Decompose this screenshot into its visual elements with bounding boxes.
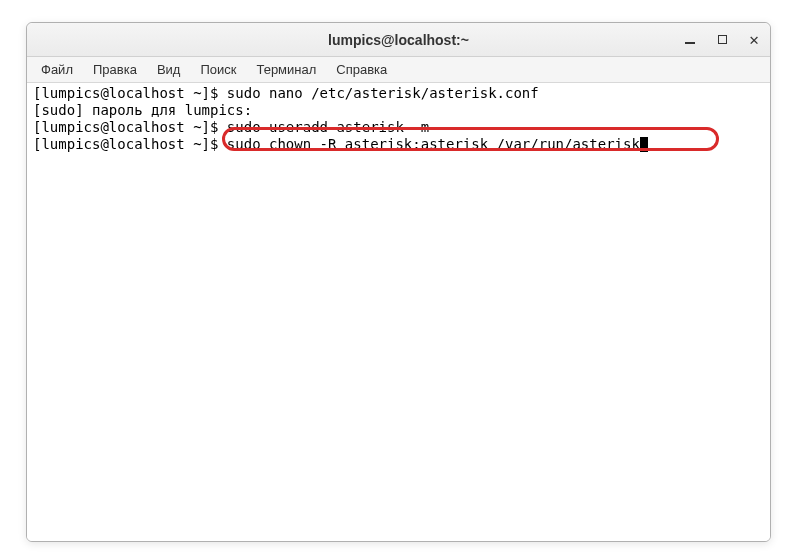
minimize-button[interactable]: [680, 30, 700, 50]
menu-edit[interactable]: Правка: [83, 59, 147, 80]
maximize-icon: [718, 35, 727, 44]
window-controls: ✕: [680, 30, 764, 50]
terminal-line: [lumpics@localhost ~]$ sudo useradd aste…: [33, 119, 764, 136]
terminal-area[interactable]: [lumpics@localhost ~]$ sudo nano /etc/as…: [27, 83, 770, 541]
close-button[interactable]: ✕: [744, 30, 764, 50]
menu-help[interactable]: Справка: [326, 59, 397, 80]
menu-file[interactable]: Файл: [31, 59, 83, 80]
terminal-line: [sudo] пароль для lumpics:: [33, 102, 764, 119]
minimize-icon: [685, 42, 695, 44]
close-icon: ✕: [749, 30, 759, 49]
menu-terminal[interactable]: Терминал: [246, 59, 326, 80]
titlebar: lumpics@localhost:~ ✕: [27, 23, 770, 57]
window-title: lumpics@localhost:~: [328, 32, 469, 48]
menu-view[interactable]: Вид: [147, 59, 191, 80]
maximize-button[interactable]: [712, 30, 732, 50]
terminal-line: [lumpics@localhost ~]$ sudo nano /etc/as…: [33, 85, 764, 102]
terminal-window: lumpics@localhost:~ ✕ Файл Правка Вид По…: [26, 22, 771, 542]
text-cursor: [640, 137, 648, 152]
terminal-text: [lumpics@localhost ~]$ sudo chown -R ast…: [33, 136, 640, 152]
terminal-line: [lumpics@localhost ~]$ sudo chown -R ast…: [33, 136, 764, 153]
menu-search[interactable]: Поиск: [190, 59, 246, 80]
menubar: Файл Правка Вид Поиск Терминал Справка: [27, 57, 770, 83]
